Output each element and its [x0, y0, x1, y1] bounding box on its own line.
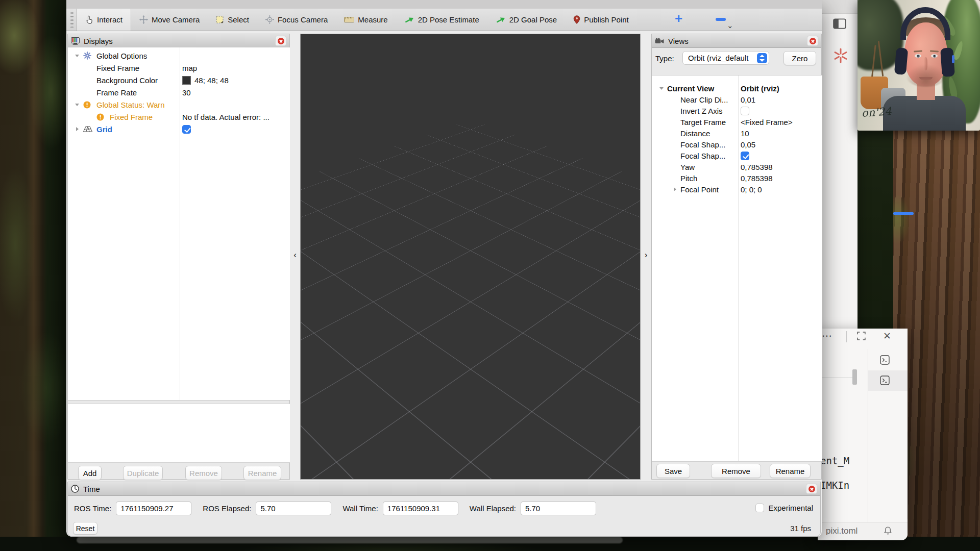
property-value[interactable]: 48; 48; 48 — [182, 76, 288, 85]
terminal-icon[interactable] — [880, 355, 890, 367]
views-row-pitch[interactable]: Pitch0,785398 — [652, 172, 822, 184]
tool-publish-point[interactable]: Publish Point — [565, 9, 637, 31]
tool-2d-goal-pose[interactable]: 2D Goal Pose — [487, 9, 565, 31]
wall-time-field[interactable]: 1761150909.31 — [383, 502, 458, 515]
view-type-dropdown[interactable]: Orbit (rviz_default — [682, 51, 769, 65]
right-panel-collapse-handle[interactable]: › — [641, 34, 651, 480]
displays-tree: Global OptionsFixed FramemapBackground C… — [68, 47, 290, 400]
tool-2d-pose-estimate[interactable]: 2D Pose Estimate — [396, 9, 487, 31]
wall-time-label: Wall Time: — [342, 504, 378, 513]
reset-button[interactable]: Reset — [73, 522, 97, 535]
toolbar-drag-handle[interactable] — [70, 12, 74, 28]
displays-row-background-color[interactable]: Background Color48; 48; 48 — [68, 74, 290, 86]
property-value[interactable]: 0,05 — [741, 140, 821, 149]
tool-move-camera[interactable]: Move Camera — [131, 9, 208, 31]
checkbox-checked[interactable] — [182, 125, 191, 134]
chevron-down-icon[interactable] — [71, 104, 83, 106]
chevron-down-icon[interactable] — [656, 87, 667, 90]
experimental-option[interactable]: Experimental — [755, 504, 813, 512]
property-value[interactable] — [741, 152, 821, 160]
property-value[interactable] — [182, 125, 288, 134]
views-row-focal-point[interactable]: Focal Point0; 0; 0 — [652, 184, 822, 195]
save-view-button[interactable]: Save — [656, 464, 690, 478]
tool-interact[interactable]: Interact — [77, 9, 131, 31]
property-label: Current View — [667, 84, 714, 93]
property-value[interactable]: <Fixed Frame> — [741, 118, 821, 127]
add-tool-button[interactable]: + — [675, 11, 682, 27]
property-value[interactable]: No tf data. Actual error: ... — [182, 113, 288, 121]
ros-time-field[interactable]: 1761150909.27 — [116, 502, 191, 515]
chevron-down-icon[interactable] — [71, 55, 83, 57]
displays-row-fixed-frame[interactable]: Fixed FrameNo tf data. Actual error: ... — [68, 111, 290, 123]
time-close-button[interactable] — [806, 484, 817, 494]
more-actions-icon[interactable]: ⋯ — [822, 330, 832, 342]
views-row-focal-shap[interactable]: Focal Shap...0,05 — [652, 139, 822, 150]
property-label: Focal Shap... — [680, 140, 725, 149]
property-value[interactable]: 0,01 — [741, 95, 821, 104]
ros-elapsed-field[interactable]: 5.70 — [256, 502, 331, 515]
ros-elapsed-label: ROS Elapsed: — [203, 504, 251, 513]
checkbox-unchecked[interactable] — [741, 107, 749, 115]
tool-label: 2D Goal Pose — [509, 15, 557, 24]
property-value-text: 10 — [741, 129, 749, 138]
code-text-fragment: ent_M — [820, 455, 849, 466]
property-value[interactable]: 0; 0; 0 — [741, 185, 821, 194]
property-value[interactable] — [741, 107, 821, 115]
grid-icon — [83, 126, 96, 132]
tool-select[interactable]: Select — [208, 9, 257, 31]
property-value[interactable]: 0,785398 — [741, 174, 821, 183]
displays-row-grid[interactable]: Grid — [68, 123, 290, 135]
property-label: Near Clip Di... — [680, 95, 728, 104]
views-panel-titlebar[interactable]: Views — [652, 34, 821, 48]
bell-icon[interactable] — [883, 526, 893, 538]
time-panel-titlebar[interactable]: Time — [68, 482, 820, 496]
checkbox-checked[interactable] — [741, 152, 749, 160]
views-row-invert-z-axis[interactable]: Invert Z Axis — [652, 105, 822, 116]
remove-tool-button[interactable] — [716, 18, 726, 21]
displays-row-frame-rate[interactable]: Frame Rate30 — [68, 86, 290, 98]
displays-row-fixed-frame[interactable]: Fixed Framemap — [68, 62, 290, 74]
terminal-icon[interactable] — [880, 375, 890, 387]
tool-measure[interactable]: Measure — [336, 9, 396, 31]
scrollbar-thumb[interactable] — [852, 369, 857, 385]
wall-elapsed-field[interactable]: 5.70 — [521, 502, 596, 515]
toolbar-overflow-chevron-icon[interactable]: ⌄ — [727, 21, 733, 30]
views-row-near-clip-di[interactable]: Near Clip Di...0,01 — [652, 94, 822, 105]
dock-hint — [77, 537, 623, 543]
left-panel-collapse-handle[interactable]: ‹ — [290, 34, 300, 480]
view-type-value: Orbit (rviz_default — [688, 54, 757, 62]
displays-row-global-status-warn[interactable]: Global Status: Warn — [68, 98, 290, 111]
close-panel-icon[interactable]: ✕ — [883, 330, 891, 342]
property-value[interactable]: 30 — [182, 88, 288, 97]
views-row-focal-shap[interactable]: Focal Shap... — [652, 150, 822, 161]
chevron-right-icon[interactable] — [669, 187, 680, 191]
render-viewport[interactable] — [300, 34, 641, 480]
displays-close-button[interactable] — [275, 36, 286, 46]
views-row-yaw[interactable]: Yaw0,785398 — [652, 161, 822, 172]
displays-row-global-options[interactable]: Global Options — [68, 49, 290, 62]
remove-view-button[interactable]: Remove — [711, 464, 761, 478]
property-value[interactable]: 10 — [741, 129, 821, 138]
move-arrows-icon — [139, 15, 148, 24]
property-value[interactable]: 0,785398 — [741, 163, 821, 171]
views-row-current-view[interactable]: Current ViewOrbit (rviz) — [652, 83, 822, 94]
experimental-label: Experimental — [768, 504, 813, 512]
views-row-target-frame[interactable]: Target Frame<Fixed Frame> — [652, 116, 822, 128]
property-value[interactable]: Orbit (rviz) — [741, 84, 821, 93]
maximize-panel-icon[interactable] — [856, 331, 866, 343]
tool-focus-camera[interactable]: Focus Camera — [257, 9, 336, 31]
views-row-distance[interactable]: Distance10 — [652, 128, 822, 139]
statusbar-filename[interactable]: pixi.toml — [826, 526, 857, 536]
property-value-text: No tf data. Actual error: ... — [182, 113, 270, 121]
rename-view-button[interactable]: Rename — [770, 464, 811, 478]
panel-controls: ⋯ ✕ — [818, 330, 908, 344]
chevron-right-icon[interactable] — [71, 127, 83, 131]
panel-toggle-icon[interactable] — [833, 18, 846, 31]
displays-description-pane — [68, 404, 290, 463]
views-close-button[interactable] — [807, 36, 818, 46]
zero-button[interactable]: Zero — [783, 51, 816, 65]
add-button[interactable]: Add — [78, 466, 102, 480]
displays-panel-titlebar[interactable]: Displays — [68, 34, 289, 48]
property-value[interactable]: map — [182, 64, 288, 72]
experimental-checkbox[interactable] — [755, 504, 764, 512]
